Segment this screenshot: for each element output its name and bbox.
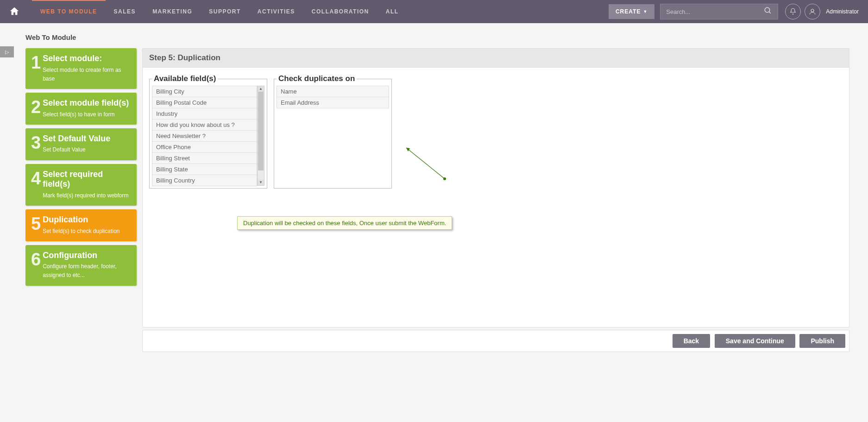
sidebar-toggle[interactable]: ▷ <box>0 46 14 57</box>
search-icon[interactable] <box>764 6 772 17</box>
create-label: CREATE <box>616 8 641 15</box>
callout-tooltip: Duplication will be checked on these fie… <box>237 216 452 230</box>
list-item[interactable]: Office Phone <box>152 141 257 153</box>
check-duplicates-fieldset: Check duplicates on Name Email Address <box>274 74 392 189</box>
panel-title: Step 5: Duplication <box>143 49 849 68</box>
chevron-down-icon: ▼ <box>643 9 648 14</box>
step-title: Select module field(s) <box>43 98 131 108</box>
step-1[interactable]: 1 Select module: Select module to create… <box>25 48 137 89</box>
search-box <box>660 4 778 19</box>
step-title: Select required field(s) <box>43 170 131 189</box>
step-desc: Select field(s) to have in form <box>43 110 131 119</box>
create-button[interactable]: CREATE ▼ <box>609 4 654 19</box>
step-number: 3 <box>31 134 41 155</box>
step-title: Duplication <box>43 215 131 225</box>
list-item[interactable]: Billing Country <box>152 175 257 186</box>
step-number: 5 <box>31 215 41 236</box>
scroll-up-icon[interactable]: ▲ <box>258 86 264 92</box>
back-button[interactable]: Back <box>673 334 710 348</box>
check-listbox[interactable]: Name Email Address <box>277 86 389 108</box>
available-fieldset: Available field(s) Billing City Billing … <box>149 74 267 189</box>
wizard-steps: 1 Select module: Select module to create… <box>25 48 137 352</box>
nav-web-to-module[interactable]: WEB TO MODULE <box>32 0 106 23</box>
home-icon[interactable] <box>9 6 20 17</box>
list-item[interactable]: Billing City <box>152 86 257 97</box>
list-item[interactable]: Billing State <box>152 164 257 175</box>
step-title: Select module: <box>43 54 131 64</box>
step-desc: Set field(s) to check duplication <box>43 227 131 236</box>
svg-line-1 <box>769 12 771 13</box>
scroll-thumb[interactable] <box>258 92 264 170</box>
search-input[interactable] <box>666 8 764 15</box>
check-legend: Check duplicates on <box>277 74 357 83</box>
list-item[interactable]: Billing Street <box>152 152 257 164</box>
nav-marketing[interactable]: MARKETING <box>144 0 201 23</box>
user-icon[interactable] <box>805 4 820 19</box>
admin-name[interactable]: Administrator <box>826 8 859 15</box>
main-panel: Step 5: Duplication Available field(s) B… <box>142 48 849 328</box>
nav-collaboration[interactable]: COLLABORATION <box>303 0 377 23</box>
list-item[interactable]: Name <box>277 86 389 97</box>
list-item[interactable]: Industry <box>152 108 257 120</box>
svg-point-2 <box>811 9 814 12</box>
step-number: 1 <box>31 54 41 83</box>
step-number: 4 <box>31 170 41 200</box>
available-listbox[interactable]: Billing City Billing Postal Code Industr… <box>152 86 257 186</box>
list-item[interactable]: How did you know about us ? <box>152 119 257 131</box>
nav-support[interactable]: SUPPORT <box>201 0 249 23</box>
scroll-down-icon[interactable]: ▼ <box>258 180 264 185</box>
step-4[interactable]: 4 Select required field(s) Mark field(s)… <box>25 164 137 206</box>
step-desc: Set Default Value <box>43 145 131 154</box>
available-legend: Available field(s) <box>152 74 218 83</box>
svg-point-0 <box>765 7 770 13</box>
nav-activities[interactable]: ACTIVITIES <box>249 0 303 23</box>
step-5[interactable]: 5 Duplication Set field(s) to check dupl… <box>25 209 137 241</box>
step-2[interactable]: 2 Select module field(s) Select field(s)… <box>25 93 137 125</box>
list-item[interactable]: Need Newsletter ? <box>152 130 257 142</box>
scrollbar[interactable]: ▲ ▼ <box>257 86 264 186</box>
save-continue-button[interactable]: Save and Continue <box>715 334 795 348</box>
breadcrumb: Web To Module <box>25 33 868 41</box>
step-title: Configuration <box>43 251 131 261</box>
publish-button[interactable]: Publish <box>799 334 845 348</box>
list-item[interactable]: Email Address <box>277 97 389 108</box>
footer-actions: Back Save and Continue Publish <box>142 330 849 352</box>
top-navbar: WEB TO MODULE SALES MARKETING SUPPORT AC… <box>0 0 868 23</box>
nav-sales[interactable]: SALES <box>106 0 145 23</box>
bell-icon[interactable] <box>785 4 801 19</box>
nav-all[interactable]: ALL <box>377 0 407 23</box>
step-desc: Mark field(s) required into webform <box>43 191 131 200</box>
step-6[interactable]: 6 Configuration Configure form header, f… <box>25 245 137 286</box>
step-number: 6 <box>31 251 41 280</box>
step-desc: Select module to create form as base <box>43 66 131 83</box>
list-item[interactable]: Billing Postal Code <box>152 97 257 108</box>
step-title: Set Default Value <box>43 134 131 144</box>
step-desc: Configure form header, footer, assigned … <box>43 262 131 280</box>
step-number: 2 <box>31 98 41 119</box>
step-3[interactable]: 3 Set Default Value Set Default Value <box>25 128 137 160</box>
